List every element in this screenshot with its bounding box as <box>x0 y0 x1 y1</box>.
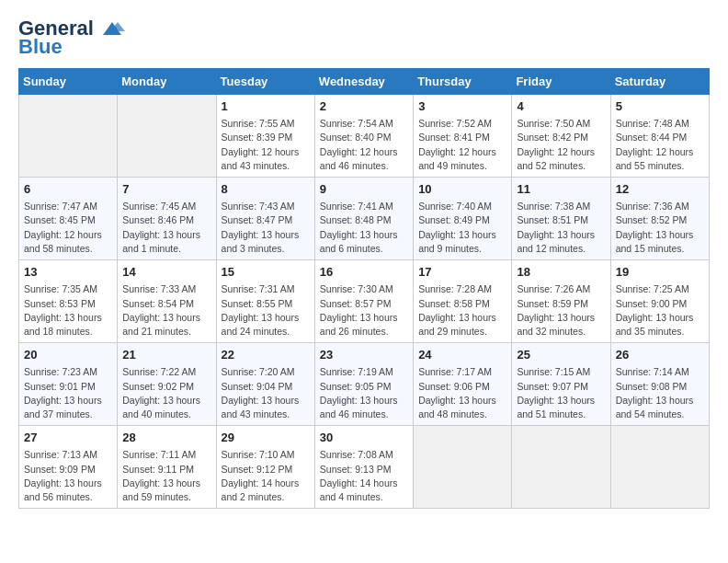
day-number: 3 <box>418 98 506 115</box>
day-of-week-header: Wednesday <box>314 69 413 95</box>
calendar-cell: 15Sunrise: 7:31 AMSunset: 8:55 PMDayligh… <box>216 260 314 343</box>
calendar-cell: 20Sunrise: 7:23 AMSunset: 9:01 PMDayligh… <box>19 343 118 426</box>
calendar-cell: 1Sunrise: 7:55 AMSunset: 8:39 PMDaylight… <box>216 95 314 178</box>
day-info: Sunrise: 7:28 AMSunset: 8:58 PMDaylight:… <box>418 282 506 339</box>
logo: General Blue <box>18 18 125 59</box>
day-info: Sunrise: 7:08 AMSunset: 9:13 PMDaylight:… <box>320 448 408 504</box>
day-info: Sunrise: 7:33 AMSunset: 8:54 PMDaylight:… <box>122 282 210 339</box>
day-info: Sunrise: 7:40 AMSunset: 8:49 PMDaylight:… <box>418 200 506 256</box>
day-of-week-header: Sunday <box>19 69 118 95</box>
day-number: 22 <box>222 347 310 363</box>
calendar-cell <box>414 426 512 509</box>
day-info: Sunrise: 7:30 AMSunset: 8:57 PMDaylight:… <box>320 282 408 339</box>
day-number: 5 <box>616 98 704 115</box>
day-info: Sunrise: 7:25 AMSunset: 9:00 PMDaylight:… <box>616 282 704 339</box>
calendar-week-row: 13Sunrise: 7:35 AMSunset: 8:53 PMDayligh… <box>19 260 710 343</box>
day-number: 8 <box>222 181 310 198</box>
calendar-cell <box>19 95 118 178</box>
day-number: 19 <box>616 264 704 281</box>
day-number: 14 <box>122 264 210 281</box>
calendar-cell: 12Sunrise: 7:36 AMSunset: 8:52 PMDayligh… <box>610 178 709 260</box>
calendar-cell: 11Sunrise: 7:38 AMSunset: 8:51 PMDayligh… <box>512 178 610 260</box>
day-info: Sunrise: 7:22 AMSunset: 9:02 PMDaylight:… <box>122 365 210 421</box>
day-of-week-header: Thursday <box>414 69 512 95</box>
calendar-cell: 27Sunrise: 7:13 AMSunset: 9:09 PMDayligh… <box>19 426 118 509</box>
day-info: Sunrise: 7:38 AMSunset: 8:51 PMDaylight:… <box>517 200 605 256</box>
day-number: 25 <box>517 347 605 363</box>
calendar-cell: 2Sunrise: 7:54 AMSunset: 8:40 PMDaylight… <box>314 95 413 178</box>
calendar-cell: 26Sunrise: 7:14 AMSunset: 9:08 PMDayligh… <box>610 343 709 426</box>
calendar-cell: 19Sunrise: 7:25 AMSunset: 9:00 PMDayligh… <box>610 260 709 343</box>
day-number: 12 <box>616 181 704 198</box>
calendar-cell: 30Sunrise: 7:08 AMSunset: 9:13 PMDayligh… <box>314 426 413 509</box>
calendar-cell: 6Sunrise: 7:47 AMSunset: 8:45 PMDaylight… <box>19 178 118 260</box>
day-info: Sunrise: 7:20 AMSunset: 9:04 PMDaylight:… <box>222 365 310 421</box>
day-number: 11 <box>517 181 605 198</box>
day-info: Sunrise: 7:35 AMSunset: 8:53 PMDaylight:… <box>24 282 112 339</box>
day-of-week-header: Tuesday <box>216 69 314 95</box>
calendar-cell: 16Sunrise: 7:30 AMSunset: 8:57 PMDayligh… <box>314 260 413 343</box>
calendar-cell: 13Sunrise: 7:35 AMSunset: 8:53 PMDayligh… <box>19 260 118 343</box>
calendar-cell: 28Sunrise: 7:11 AMSunset: 9:11 PMDayligh… <box>118 426 216 509</box>
day-info: Sunrise: 7:26 AMSunset: 8:59 PMDaylight:… <box>517 282 605 339</box>
logo-icon <box>96 18 125 39</box>
calendar-cell: 25Sunrise: 7:15 AMSunset: 9:07 PMDayligh… <box>512 343 610 426</box>
day-info: Sunrise: 7:17 AMSunset: 9:06 PMDaylight:… <box>418 365 506 421</box>
day-info: Sunrise: 7:10 AMSunset: 9:12 PMDaylight:… <box>222 448 310 504</box>
day-of-week-header: Friday <box>512 69 610 95</box>
day-info: Sunrise: 7:47 AMSunset: 8:45 PMDaylight:… <box>24 200 112 256</box>
calendar-cell: 4Sunrise: 7:50 AMSunset: 8:42 PMDaylight… <box>512 95 610 178</box>
calendar-week-row: 1Sunrise: 7:55 AMSunset: 8:39 PMDaylight… <box>19 95 710 178</box>
day-info: Sunrise: 7:50 AMSunset: 8:42 PMDaylight:… <box>517 117 605 173</box>
calendar-cell: 17Sunrise: 7:28 AMSunset: 8:58 PMDayligh… <box>414 260 512 343</box>
day-number: 30 <box>320 430 408 446</box>
day-info: Sunrise: 7:48 AMSunset: 8:44 PMDaylight:… <box>616 117 704 173</box>
day-info: Sunrise: 7:14 AMSunset: 9:08 PMDaylight:… <box>616 365 704 421</box>
day-info: Sunrise: 7:54 AMSunset: 8:40 PMDaylight:… <box>320 117 408 173</box>
calendar-cell <box>512 426 610 509</box>
calendar-week-row: 20Sunrise: 7:23 AMSunset: 9:01 PMDayligh… <box>19 343 710 426</box>
day-info: Sunrise: 7:23 AMSunset: 9:01 PMDaylight:… <box>24 365 112 421</box>
calendar-cell: 3Sunrise: 7:52 AMSunset: 8:41 PMDaylight… <box>414 95 512 178</box>
day-info: Sunrise: 7:36 AMSunset: 8:52 PMDaylight:… <box>616 200 704 256</box>
day-info: Sunrise: 7:52 AMSunset: 8:41 PMDaylight:… <box>418 117 506 173</box>
calendar-cell: 24Sunrise: 7:17 AMSunset: 9:06 PMDayligh… <box>414 343 512 426</box>
calendar-cell: 18Sunrise: 7:26 AMSunset: 8:59 PMDayligh… <box>512 260 610 343</box>
day-number: 16 <box>320 264 408 281</box>
day-info: Sunrise: 7:31 AMSunset: 8:55 PMDaylight:… <box>222 282 310 339</box>
calendar-cell <box>610 426 709 509</box>
calendar-cell: 29Sunrise: 7:10 AMSunset: 9:12 PMDayligh… <box>216 426 314 509</box>
day-number: 9 <box>320 181 408 198</box>
calendar-cell: 7Sunrise: 7:45 AMSunset: 8:46 PMDaylight… <box>118 178 216 260</box>
calendar-week-row: 6Sunrise: 7:47 AMSunset: 8:45 PMDaylight… <box>19 178 710 260</box>
day-number: 28 <box>122 430 210 446</box>
day-info: Sunrise: 7:15 AMSunset: 9:07 PMDaylight:… <box>517 365 605 421</box>
calendar-cell: 5Sunrise: 7:48 AMSunset: 8:44 PMDaylight… <box>610 95 709 178</box>
day-number: 26 <box>616 347 704 363</box>
day-number: 18 <box>517 264 605 281</box>
day-number: 7 <box>122 181 210 198</box>
day-number: 10 <box>418 181 506 198</box>
calendar-cell: 9Sunrise: 7:41 AMSunset: 8:48 PMDaylight… <box>314 178 413 260</box>
day-number: 21 <box>122 347 210 363</box>
day-number: 4 <box>517 98 605 115</box>
calendar-cell: 10Sunrise: 7:40 AMSunset: 8:49 PMDayligh… <box>414 178 512 260</box>
day-number: 17 <box>418 264 506 281</box>
calendar-cell: 21Sunrise: 7:22 AMSunset: 9:02 PMDayligh… <box>118 343 216 426</box>
day-number: 23 <box>320 347 408 363</box>
calendar-week-row: 27Sunrise: 7:13 AMSunset: 9:09 PMDayligh… <box>19 426 710 509</box>
day-number: 2 <box>320 98 408 115</box>
day-number: 29 <box>222 430 310 446</box>
day-info: Sunrise: 7:55 AMSunset: 8:39 PMDaylight:… <box>222 117 310 173</box>
day-info: Sunrise: 7:13 AMSunset: 9:09 PMDaylight:… <box>24 448 112 504</box>
calendar-cell: 14Sunrise: 7:33 AMSunset: 8:54 PMDayligh… <box>118 260 216 343</box>
day-info: Sunrise: 7:45 AMSunset: 8:46 PMDaylight:… <box>122 200 210 256</box>
calendar-cell: 23Sunrise: 7:19 AMSunset: 9:05 PMDayligh… <box>314 343 413 426</box>
day-number: 20 <box>24 347 112 363</box>
calendar-header-row: SundayMondayTuesdayWednesdayThursdayFrid… <box>19 69 710 95</box>
day-number: 24 <box>418 347 506 363</box>
day-number: 15 <box>222 264 310 281</box>
day-of-week-header: Monday <box>118 69 216 95</box>
day-info: Sunrise: 7:41 AMSunset: 8:48 PMDaylight:… <box>320 200 408 256</box>
day-info: Sunrise: 7:19 AMSunset: 9:05 PMDaylight:… <box>320 365 408 421</box>
